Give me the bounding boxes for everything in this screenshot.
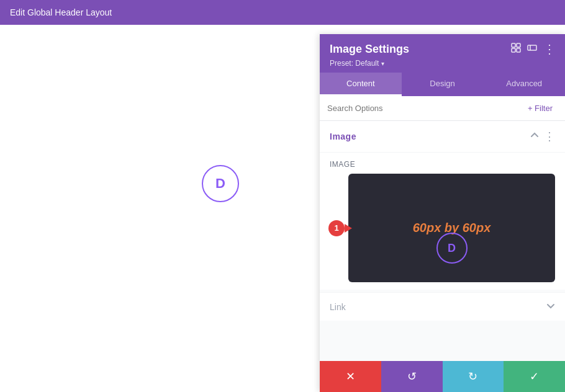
tab-advanced[interactable]: Advanced: [483, 73, 565, 96]
preset-label: Preset: Default: [330, 59, 379, 68]
cancel-button[interactable]: ✕: [320, 361, 381, 392]
image-field-row: Image 1 60px by 60px D: [320, 153, 565, 290]
image-preview-logo: D: [436, 233, 468, 264]
expand-icon[interactable]: [527, 43, 537, 55]
tab-content[interactable]: Content: [320, 73, 402, 96]
save-icon: ✓: [530, 370, 539, 383]
filter-button[interactable]: + Filter: [523, 101, 558, 115]
svg-rect-4: [528, 45, 536, 50]
search-input[interactable]: [327, 104, 523, 113]
image-preview[interactable]: 60px by 60px D: [348, 174, 555, 282]
image-section-title: Image: [330, 131, 356, 141]
settings-panel: Image Settings ⋮: [320, 34, 565, 392]
image-section-header: Image ⋮: [320, 121, 565, 153]
annotation-badge: 1: [328, 220, 345, 236]
resize-icon[interactable]: [511, 43, 521, 55]
preset-chevron-icon: ▾: [381, 60, 384, 67]
bottom-toolbar: ✕ ↺ ↻ ✓: [320, 361, 565, 392]
svg-rect-3: [517, 48, 520, 52]
panel-header: Image Settings ⋮: [320, 34, 565, 73]
cancel-icon: ✕: [346, 370, 355, 383]
redo-icon: ↻: [468, 370, 477, 383]
link-chevron-icon: [546, 301, 555, 312]
svg-rect-2: [512, 48, 515, 52]
panel-content: Image ⋮ Image: [320, 121, 565, 392]
canvas-logo-letter: D: [215, 176, 225, 192]
image-section: Image ⋮ Image: [320, 121, 565, 290]
section-header-icons: ⋮: [530, 130, 555, 143]
tab-design[interactable]: Design: [402, 73, 484, 96]
canvas-logo: D: [202, 165, 239, 202]
panel-title: Image Settings: [330, 43, 409, 56]
panel-header-icons: ⋮: [511, 42, 555, 56]
svg-rect-1: [517, 43, 520, 47]
search-bar: + Filter: [320, 96, 565, 121]
redo-button[interactable]: ↻: [443, 361, 504, 392]
panel-preset[interactable]: Preset: Default ▾: [330, 59, 555, 68]
undo-icon: ↺: [407, 370, 417, 383]
filter-button-label: + Filter: [528, 104, 553, 113]
annotation-arrow: [345, 224, 352, 233]
collapse-icon[interactable]: [530, 131, 539, 142]
svg-rect-0: [512, 43, 515, 47]
panel-tabs: Content Design Advanced: [320, 73, 565, 96]
section-more-icon[interactable]: ⋮: [544, 130, 555, 143]
undo-button[interactable]: ↺: [381, 361, 443, 392]
image-field-label: Image: [330, 160, 555, 169]
save-button[interactable]: ✓: [504, 361, 565, 392]
top-bar: Edit Global Header Layout: [0, 0, 565, 25]
top-bar-title: Edit Global Header Layout: [10, 7, 112, 17]
link-section[interactable]: Link: [320, 292, 565, 321]
more-icon[interactable]: ⋮: [543, 42, 555, 56]
link-section-title: Link: [330, 302, 346, 312]
